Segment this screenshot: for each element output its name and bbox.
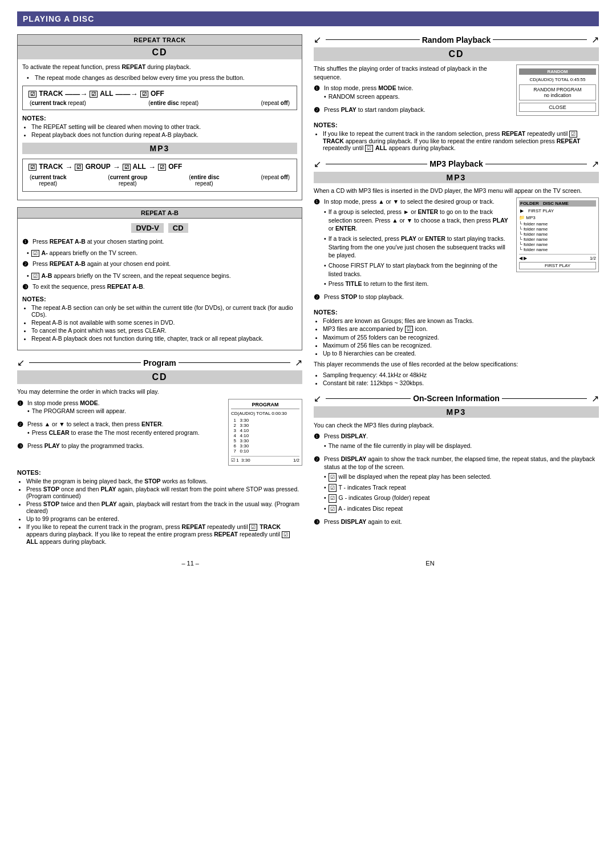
on-screen-mp3-badge: MP3 <box>314 406 599 418</box>
program-notes-title: NOTES: <box>17 469 302 476</box>
mp3-off-icon: ☑ OFF <box>158 163 182 171</box>
note-item: MP3 files are accompanied by ☑ icon. <box>323 325 599 333</box>
mp3-playback-section: ↙ MP3 Playback ↗ MP3 When a CD with MP3 … <box>314 159 599 386</box>
on-screen-header: ↙ On-Screen Information ↗ <box>314 393 599 404</box>
repeat-ab-title: REPEAT A-B <box>18 208 302 219</box>
random-arrow-left: ↙ <box>314 34 321 45</box>
file-list-col-disc: DISC NAME <box>543 201 595 206</box>
repeat-ab-step-1: ❶ Press REPEAT A-B at your chosen starti… <box>22 237 297 247</box>
cd-all-icon: ☑ ALL <box>90 90 113 98</box>
mp3-track-label: (current trackrepeat) <box>30 174 66 187</box>
on-screen-title: On-Screen Information <box>413 394 500 403</box>
repeat-ab-notes-title: NOTES: <box>22 296 297 302</box>
repeat-track-notes: NOTES: The REPEAT setting will be cleare… <box>22 115 297 138</box>
mp3-spec-intro: This player recommends the use of files … <box>314 360 599 369</box>
random-notes-title: NOTES: <box>314 122 599 128</box>
note-item: If you like to repeat the current track … <box>323 130 599 152</box>
mp3-notes-list: Folders are known as Groups; files are k… <box>314 317 599 357</box>
program-diagram: PROGRAM CD(AUDIO) TOTAL 0:00:30 1 3:30 2… <box>228 399 302 466</box>
random-diag-footer: CLOSE <box>519 103 596 112</box>
repeat-ab-bullet-1: • ☑ A- appears briefly on the TV screen. <box>22 249 297 257</box>
page-number: – 11 – <box>181 560 199 567</box>
program-step-2: ❷ Press ▲ or ▼ to select a track, then p… <box>17 420 224 438</box>
note-item: The repeat A-B section can only be set w… <box>31 304 297 318</box>
mp3-off-label: (repeat off) <box>261 174 290 187</box>
repeat-ab-content: DVD-V CD ❶ Press REPEAT A-B at your chos… <box>18 219 302 350</box>
random-program-box: RANDOM PROGRAM no indication <box>519 84 596 100</box>
cd-track-icon: ☑ TRACK <box>29 90 63 98</box>
mp3-step-2: ❷ Press STOP to stop playback. <box>314 293 599 302</box>
on-screen-intro: You can check the MP3 files during playb… <box>314 421 599 430</box>
program-cd-badge: CD <box>17 370 302 384</box>
spec-item: Sampling frequency: 44.1kHz or 48kHz <box>323 371 599 378</box>
repeat-track-cd-badge: CD <box>18 46 302 59</box>
repeat-track-bullet: • The repeat mode changes as described b… <box>22 74 297 81</box>
mp3-track-icon: ☑ TRACK <box>29 163 63 171</box>
repeat-track-intro: To activate the repeat function, press R… <box>22 63 297 71</box>
cd-all-label: (entire disc repeat) <box>148 100 198 106</box>
program-arrow-right: ↗ <box>295 357 302 368</box>
mp3-group-label: (current grouprepeat) <box>108 174 147 187</box>
mp3-playback-intro: When a CD with MP3 files is inserted in … <box>314 187 599 195</box>
mp3-repeat-flow: ☑ TRACK → ☑ GROUP → ☑ ALL → ☑ OFF (curre… <box>22 159 297 192</box>
repeat-ab-step-2: ❷ Press REPEAT A-B again at your chosen … <box>22 260 297 269</box>
repeat-ab-notes-list: The repeat A-B section can only be set w… <box>22 304 297 342</box>
cd-off-label: (repeat off) <box>261 100 290 106</box>
program-step-3: ❸ Press PLAY to play the programmed trac… <box>17 442 224 451</box>
file-list-diagram: FOLDER DISC NAME ▶ FIRST PLAY 📁 MP3 └ fo… <box>516 197 599 272</box>
repeat-track-notes-title: NOTES: <box>22 115 297 122</box>
mp3-group-icon: ☑ GROUP <box>75 163 110 171</box>
note-item: Repeat A-B is not available with some sc… <box>31 319 297 326</box>
note-item: Up to 8 hierarchies can be created. <box>323 350 599 357</box>
program-step-1: ❶ In stop mode press MODE. • The PROGRAM… <box>17 399 224 417</box>
file-list-rows: └ folder name └ folder name └ folder nam… <box>519 221 596 252</box>
file-list-buttons: ◀ ▶ <box>519 256 527 261</box>
note-item: Repeat A-B playback does not function du… <box>31 335 297 342</box>
page-header: PLAYING A DISC <box>17 11 599 26</box>
mp3-notes: NOTES: Folders are known as Groups; file… <box>314 309 599 357</box>
repeat-track-title: REPEAT TRACK <box>18 35 302 46</box>
note-item: The REPEAT setting will be cleared when … <box>31 123 297 130</box>
note-item: Folders are known as Groups; files are k… <box>323 317 599 324</box>
dvd-v-badge: DVD-V <box>131 223 163 233</box>
program-section: ↙ Program ↗ CD You may determine the ord… <box>17 357 302 545</box>
random-header: ↙ Random Playback ↗ <box>314 34 599 45</box>
repeat-ab-notes: NOTES: The repeat A-B section can only b… <box>22 296 297 342</box>
note-item: To cancel the A point which was set, pre… <box>31 327 297 334</box>
note-item: If you like to repeat the current track … <box>26 523 302 545</box>
random-diag-sub: CD(AUDIO) TOTAL 0:45:55 <box>519 77 596 82</box>
random-step-1: ❶ In stop mode, press MODE twice. • RAND… <box>314 84 510 102</box>
diagram-footer: ☑ 1 3:30 <box>231 458 250 463</box>
random-cd-badge: CD <box>314 47 599 61</box>
program-steps-area: PROGRAM CD(AUDIO) TOTAL 0:00:30 1 3:30 2… <box>17 399 302 466</box>
mp3-badge: MP3 <box>22 143 297 154</box>
random-step-2: ❷ Press PLAY to start random playback. <box>314 106 510 115</box>
diagram-page: 1/2 <box>293 458 299 463</box>
dvd-cd-badges: DVD-V CD <box>22 223 297 233</box>
mp3-step-1: ❶ In stop mode, press ▲ or ▼ to select t… <box>314 197 512 290</box>
file-list-col-folder: FOLDER <box>520 201 543 206</box>
file-list-page: 1/2 <box>590 256 596 261</box>
spec-item: Constant bit rate: 112kbps ~ 320kbps. <box>323 379 599 386</box>
repeat-track-section: REPEAT TRACK CD To activate the repeat f… <box>17 34 302 200</box>
mp3-arrow-left: ↙ <box>314 159 321 169</box>
mp3-playback-badge: MP3 <box>314 172 599 183</box>
random-notes: NOTES: If you like to repeat the current… <box>314 122 599 152</box>
mp3-notes-title: NOTES: <box>314 309 599 316</box>
mp3-steps-area: FOLDER DISC NAME ▶ FIRST PLAY 📁 MP3 └ fo… <box>314 197 599 305</box>
random-notes-list: If you like to repeat the current track … <box>314 130 599 152</box>
on-screen-step-3: ❸ Press DISPLAY again to exit. <box>314 518 599 527</box>
program-notes-list: While the program is being played back, … <box>17 478 302 545</box>
repeat-ab-section: REPEAT A-B DVD-V CD ❶ Press REPEAT A-B a… <box>17 207 302 350</box>
random-playback-section: ↙ Random Playback ↗ CD RANDOM CD(AUDIO) … <box>314 34 599 152</box>
file-list-mp3-icon: 📁 MP3 <box>519 215 536 220</box>
on-screen-arrow-left: ↙ <box>314 393 321 404</box>
diagram-rows: 1 3:30 2 3:30 3 4:10 4 4:10 5 3:30 6 3:3… <box>231 418 299 454</box>
cd-badge: CD <box>168 223 188 233</box>
note-item: Press STOP once and then PLAY again, pla… <box>26 486 302 499</box>
note-item: Up to 99 programs can be entered. <box>26 515 302 522</box>
note-item: Press STOP twice and then PLAY again, pl… <box>26 500 302 514</box>
mp3-playback-title: MP3 Playback <box>429 159 483 168</box>
page-en: EN <box>425 560 434 567</box>
on-screen-step-1: ❶ Press DISPLAY. • The name of the file … <box>314 432 599 451</box>
